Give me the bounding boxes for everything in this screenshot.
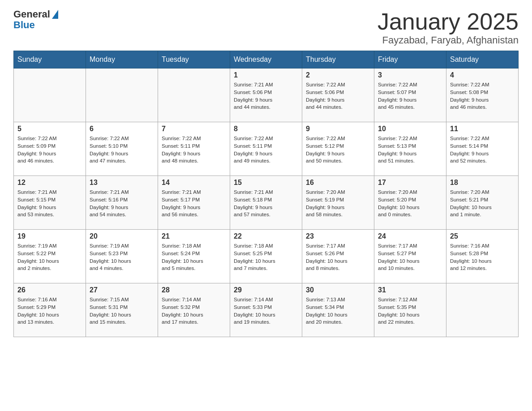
day-info: Sunrise: 7:22 AM Sunset: 5:13 PM Dayligh… (378, 135, 442, 165)
calendar-cell: 18Sunrise: 7:20 AM Sunset: 5:21 PM Dayli… (446, 176, 519, 230)
logo-general: General (13, 9, 50, 20)
day-number: 9 (306, 125, 370, 133)
day-info: Sunrise: 7:22 AM Sunset: 5:12 PM Dayligh… (306, 135, 370, 165)
calendar-cell: 9Sunrise: 7:22 AM Sunset: 5:12 PM Daylig… (302, 122, 374, 176)
day-info: Sunrise: 7:19 AM Sunset: 5:23 PM Dayligh… (90, 242, 154, 272)
calendar-subtitle: Fayzabad, Faryab, Afghanistan (378, 34, 519, 46)
calendar-cell: 20Sunrise: 7:19 AM Sunset: 5:23 PM Dayli… (86, 230, 158, 283)
day-info: Sunrise: 7:21 AM Sunset: 5:16 PM Dayligh… (90, 188, 154, 218)
calendar-cell: 30Sunrise: 7:13 AM Sunset: 5:34 PM Dayli… (302, 283, 374, 337)
calendar-cell: 1Sunrise: 7:21 AM Sunset: 5:06 PM Daylig… (230, 68, 302, 122)
day-info: Sunrise: 7:21 AM Sunset: 5:18 PM Dayligh… (234, 188, 298, 218)
weekday-header-tuesday: Tuesday (158, 51, 230, 68)
day-info: Sunrise: 7:17 AM Sunset: 5:26 PM Dayligh… (306, 242, 370, 272)
calendar-cell: 2Sunrise: 7:22 AM Sunset: 5:06 PM Daylig… (302, 68, 374, 122)
day-info: Sunrise: 7:20 AM Sunset: 5:21 PM Dayligh… (450, 188, 515, 218)
day-number: 16 (306, 179, 370, 187)
day-info: Sunrise: 7:22 AM Sunset: 5:11 PM Dayligh… (234, 135, 298, 165)
calendar-cell (86, 68, 158, 122)
day-number: 7 (162, 125, 226, 133)
day-number: 13 (90, 179, 154, 187)
day-info: Sunrise: 7:15 AM Sunset: 5:31 PM Dayligh… (90, 296, 154, 326)
day-info: Sunrise: 7:19 AM Sunset: 5:22 PM Dayligh… (17, 242, 82, 272)
day-number: 19 (17, 232, 82, 240)
calendar-cell (446, 283, 519, 337)
calendar-cell: 29Sunrise: 7:14 AM Sunset: 5:33 PM Dayli… (230, 283, 302, 337)
day-number: 14 (162, 179, 226, 187)
day-number: 25 (450, 232, 515, 240)
calendar-week-5: 26Sunrise: 7:16 AM Sunset: 5:29 PM Dayli… (14, 283, 519, 337)
calendar-cell: 22Sunrise: 7:18 AM Sunset: 5:25 PM Dayli… (230, 230, 302, 283)
day-info: Sunrise: 7:14 AM Sunset: 5:33 PM Dayligh… (234, 296, 298, 326)
day-info: Sunrise: 7:21 AM Sunset: 5:06 PM Dayligh… (234, 81, 298, 111)
day-number: 27 (90, 286, 154, 294)
day-number: 15 (234, 179, 298, 187)
calendar-cell: 23Sunrise: 7:17 AM Sunset: 5:26 PM Dayli… (302, 230, 374, 283)
calendar-cell: 17Sunrise: 7:20 AM Sunset: 5:20 PM Dayli… (374, 176, 446, 230)
calendar-cell: 13Sunrise: 7:21 AM Sunset: 5:16 PM Dayli… (86, 176, 158, 230)
logo: General Blue (13, 9, 58, 30)
day-info: Sunrise: 7:20 AM Sunset: 5:20 PM Dayligh… (378, 188, 442, 218)
day-info: Sunrise: 7:14 AM Sunset: 5:32 PM Dayligh… (162, 296, 226, 326)
calendar-cell: 14Sunrise: 7:21 AM Sunset: 5:17 PM Dayli… (158, 176, 230, 230)
calendar-cell: 28Sunrise: 7:14 AM Sunset: 5:32 PM Dayli… (158, 283, 230, 337)
day-number: 3 (378, 71, 442, 79)
calendar-cell: 12Sunrise: 7:21 AM Sunset: 5:15 PM Dayli… (14, 176, 86, 230)
weekday-header-monday: Monday (86, 51, 158, 68)
calendar-cell: 27Sunrise: 7:15 AM Sunset: 5:31 PM Dayli… (86, 283, 158, 337)
day-info: Sunrise: 7:22 AM Sunset: 5:07 PM Dayligh… (378, 81, 442, 111)
day-number: 1 (234, 71, 298, 79)
calendar-body: 1Sunrise: 7:21 AM Sunset: 5:06 PM Daylig… (14, 68, 519, 337)
calendar-week-4: 19Sunrise: 7:19 AM Sunset: 5:22 PM Dayli… (14, 230, 519, 283)
day-number: 24 (378, 232, 442, 240)
calendar-cell: 6Sunrise: 7:22 AM Sunset: 5:10 PM Daylig… (86, 122, 158, 176)
title-block: January 2025 Fayzabad, Faryab, Afghanist… (378, 9, 519, 46)
weekday-header-friday: Friday (374, 51, 446, 68)
day-number: 21 (162, 232, 226, 240)
day-number: 4 (450, 71, 515, 79)
weekday-header-sunday: Sunday (14, 51, 86, 68)
day-number: 20 (90, 232, 154, 240)
calendar-cell: 7Sunrise: 7:22 AM Sunset: 5:11 PM Daylig… (158, 122, 230, 176)
weekday-header-saturday: Saturday (446, 51, 519, 68)
calendar-week-2: 5Sunrise: 7:22 AM Sunset: 5:09 PM Daylig… (14, 122, 519, 176)
day-number: 31 (378, 286, 442, 294)
weekday-header-thursday: Thursday (302, 51, 374, 68)
calendar-cell: 11Sunrise: 7:22 AM Sunset: 5:14 PM Dayli… (446, 122, 519, 176)
day-number: 8 (234, 125, 298, 133)
calendar-title: January 2025 (378, 9, 519, 34)
day-info: Sunrise: 7:12 AM Sunset: 5:35 PM Dayligh… (378, 296, 442, 326)
calendar-cell: 25Sunrise: 7:16 AM Sunset: 5:28 PM Dayli… (446, 230, 519, 283)
calendar-header: SundayMondayTuesdayWednesdayThursdayFrid… (14, 51, 519, 68)
calendar-cell: 3Sunrise: 7:22 AM Sunset: 5:07 PM Daylig… (374, 68, 446, 122)
day-number: 30 (306, 286, 370, 294)
weekday-header-wednesday: Wednesday (230, 51, 302, 68)
calendar-cell: 5Sunrise: 7:22 AM Sunset: 5:09 PM Daylig… (14, 122, 86, 176)
day-info: Sunrise: 7:22 AM Sunset: 5:10 PM Dayligh… (90, 135, 154, 165)
day-number: 23 (306, 232, 370, 240)
day-info: Sunrise: 7:16 AM Sunset: 5:28 PM Dayligh… (450, 242, 515, 272)
day-number: 22 (234, 232, 298, 240)
day-info: Sunrise: 7:22 AM Sunset: 5:14 PM Dayligh… (450, 135, 515, 165)
day-number: 18 (450, 179, 515, 187)
page-header: General Blue January 2025 Fayzabad, Fary… (13, 9, 519, 46)
day-info: Sunrise: 7:22 AM Sunset: 5:09 PM Dayligh… (17, 135, 82, 165)
day-info: Sunrise: 7:20 AM Sunset: 5:19 PM Dayligh… (306, 188, 370, 218)
calendar-cell: 24Sunrise: 7:17 AM Sunset: 5:27 PM Dayli… (374, 230, 446, 283)
day-number: 2 (306, 71, 370, 79)
day-info: Sunrise: 7:22 AM Sunset: 5:11 PM Dayligh… (162, 135, 226, 165)
day-number: 10 (378, 125, 442, 133)
weekday-header-row: SundayMondayTuesdayWednesdayThursdayFrid… (14, 51, 519, 68)
day-info: Sunrise: 7:13 AM Sunset: 5:34 PM Dayligh… (306, 296, 370, 326)
day-number: 12 (17, 179, 82, 187)
day-info: Sunrise: 7:21 AM Sunset: 5:17 PM Dayligh… (162, 188, 226, 218)
logo-triangle-icon (52, 10, 58, 19)
calendar-cell: 26Sunrise: 7:16 AM Sunset: 5:29 PM Dayli… (14, 283, 86, 337)
day-number: 29 (234, 286, 298, 294)
calendar-cell: 16Sunrise: 7:20 AM Sunset: 5:19 PM Dayli… (302, 176, 374, 230)
day-number: 28 (162, 286, 226, 294)
calendar-cell (158, 68, 230, 122)
calendar-cell (14, 68, 86, 122)
calendar-week-3: 12Sunrise: 7:21 AM Sunset: 5:15 PM Dayli… (14, 176, 519, 230)
day-number: 17 (378, 179, 442, 187)
